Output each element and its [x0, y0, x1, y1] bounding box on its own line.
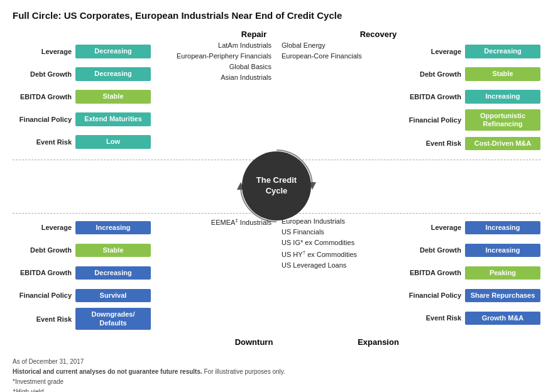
- center-item: LatAm Industrials: [218, 41, 271, 49]
- label-repair: Repair: [96, 30, 299, 39]
- center-item: US IG* ex Commodities: [282, 239, 354, 246]
- metric-badge: Decreasing: [75, 266, 151, 280]
- metric-label: Financial Policy: [402, 291, 465, 299]
- center-item: European-Core Financials: [282, 52, 362, 60]
- metric-badge: Survival: [75, 289, 151, 302]
- metric-row: EBITDA Growth Increasing: [402, 87, 540, 107]
- metric-row: Leverage Decreasing: [402, 41, 540, 62]
- cycle-label-line2: Cycle: [266, 186, 288, 197]
- metric-row: EBITDA Growth Peaking: [402, 263, 540, 283]
- center-top: LatAm Industrials European-Periphery Fin…: [151, 41, 402, 156]
- top-right-metrics: Leverage Decreasing Debt Growth Stable E…: [402, 41, 540, 156]
- metric-badge: Decreasing: [465, 45, 540, 58]
- metric-badge: Stable: [75, 244, 151, 257]
- top-left-metrics: Leverage Decreasing Debt Growth Decreasi…: [13, 41, 151, 156]
- metric-label: EBITDA Growth: [402, 93, 465, 101]
- diagram-area: Repair Recovery Leverage Decreasing Debt…: [13, 30, 540, 347]
- metric-label: Financial Policy: [13, 291, 75, 299]
- center-item: Asian Industrials: [221, 74, 271, 81]
- metric-badge: Peaking: [465, 266, 540, 280]
- metric-label: EBITDA Growth: [13, 93, 75, 101]
- credit-cycle-circle: The Credit Cycle: [236, 145, 317, 227]
- metric-label: Financial Policy: [402, 116, 465, 124]
- quadrant-labels-top: Repair Recovery: [13, 30, 540, 39]
- metric-row: Debt Growth Increasing: [402, 240, 540, 260]
- metric-label: EBITDA Growth: [13, 269, 75, 276]
- metric-row: Event Risk Downgrades/ Defaults: [13, 308, 151, 329]
- metric-badge: Decreasing: [75, 45, 151, 58]
- metric-row: Debt Growth Decreasing: [13, 64, 151, 84]
- metric-label: EBITDA Growth: [402, 269, 465, 276]
- metric-label: Leverage: [402, 224, 465, 231]
- footnote-hy: †High yield: [13, 387, 540, 392]
- page-title: Full Circle: US Corporates, European Ind…: [13, 10, 540, 21]
- metric-row: EBITDA Growth Stable: [13, 87, 151, 107]
- footnote-date: As of December 31, 2017: [13, 357, 540, 367]
- bottom-half: Leverage Increasing Debt Growth Stable E…: [13, 213, 540, 332]
- footnote-disclaimer: Historical and current analyses do not g…: [13, 367, 540, 377]
- center-bottom: EEMEA‡ Industrials European Industrials …: [151, 217, 402, 332]
- metric-label: Financial Policy: [13, 116, 75, 123]
- metric-row: Event Risk Growth M&A: [402, 308, 540, 328]
- label-recovery: Recovery: [299, 30, 457, 39]
- footnotes: As of December 31, 2017 Historical and c…: [13, 357, 540, 392]
- metric-row: Financial Policy Opportunistic Refinanci…: [402, 109, 540, 131]
- metric-label: Event Risk: [13, 138, 75, 146]
- center-item: US Leveraged Loans: [282, 261, 346, 269]
- quadrant-labels-bottom: Downturn Expansion: [13, 337, 540, 347]
- footnote-illustrative: For illustrative purposes only.: [204, 368, 285, 375]
- metric-row: EBITDA Growth Decreasing: [13, 263, 151, 283]
- metric-row: Leverage Increasing: [402, 217, 540, 237]
- cycle-circle: The Credit Cycle: [242, 151, 311, 220]
- metric-badge: Stable: [75, 90, 151, 103]
- footnote-bold: Historical and current analyses do not g…: [13, 368, 202, 375]
- metric-badge: Increasing: [75, 221, 151, 234]
- metric-label: Event Risk: [402, 314, 465, 322]
- metric-badge: Increasing: [465, 221, 540, 234]
- metric-badge: Extend Maturities: [75, 112, 151, 126]
- metric-row: Debt Growth Stable: [402, 64, 540, 84]
- metric-badge: Decreasing: [75, 67, 151, 80]
- metric-label: Leverage: [402, 48, 465, 55]
- metric-badge: Stable: [465, 67, 540, 80]
- metric-row: Financial Policy Survival: [13, 285, 151, 305]
- metric-badge: Growth M&A: [465, 312, 540, 325]
- top-half: Leverage Decreasing Debt Growth Decreasi…: [13, 41, 540, 160]
- metric-row: Leverage Increasing: [13, 217, 151, 237]
- center-item: EEMEA‡ Industrials: [211, 217, 271, 226]
- label-downturn: Downturn: [96, 337, 299, 347]
- metric-row: Financial Policy Extend Maturities: [13, 109, 151, 129]
- center-item: US HY† ex Commodities: [282, 249, 357, 258]
- footnote-ig: *Investment grade: [13, 377, 540, 387]
- center-item: European-Periphery Financials: [177, 52, 271, 60]
- metric-label: Debt Growth: [13, 246, 75, 254]
- bottom-left-metrics: Leverage Increasing Debt Growth Stable E…: [13, 217, 151, 332]
- metric-row: Financial Policy Share Repurchases: [402, 285, 540, 305]
- metric-row: Leverage Decreasing: [13, 41, 151, 62]
- metric-label: Leverage: [13, 48, 75, 55]
- metric-badge: Opportunistic Refinancing: [465, 109, 540, 131]
- metric-label: Debt Growth: [13, 70, 75, 78]
- cycle-label-line1: The Credit: [256, 175, 297, 186]
- center-item: Global Basics: [229, 63, 271, 70]
- metric-badge: Increasing: [465, 90, 540, 103]
- label-expansion: Expansion: [299, 337, 457, 347]
- center-item: US Financials: [282, 228, 324, 236]
- center-item: European Industrials: [282, 217, 345, 225]
- center-item: Global Energy: [282, 41, 326, 49]
- bottom-right-metrics: Leverage Increasing Debt Growth Increasi…: [402, 217, 540, 332]
- metric-label: Debt Growth: [402, 246, 465, 254]
- metric-label: Leverage: [13, 224, 75, 231]
- metric-label: Debt Growth: [402, 70, 465, 78]
- metric-label: Event Risk: [13, 315, 75, 323]
- metric-badge: Share Repurchases: [465, 289, 540, 302]
- metric-badge: Increasing: [465, 244, 540, 257]
- metric-row: Debt Growth Stable: [13, 240, 151, 260]
- metric-badge: Downgrades/ Defaults: [75, 308, 151, 329]
